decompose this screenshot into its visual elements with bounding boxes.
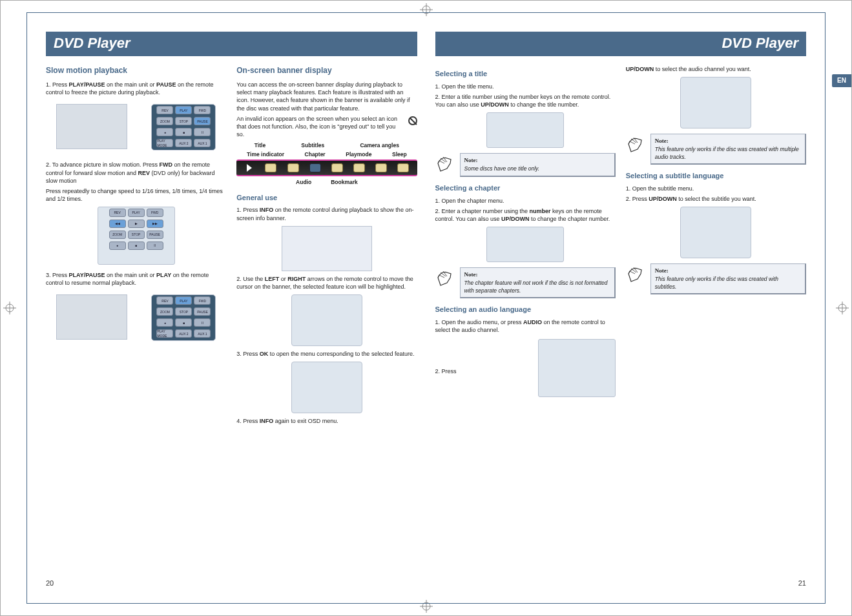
note-text: This feature only works if the disc was … — [655, 276, 778, 289]
page-left: DVD Player Slow motion playback 1. Press… — [39, 25, 426, 591]
banner-icon-2 — [287, 163, 299, 172]
remote-buttons-illustration-2: REVPLAYFWD ZOOMSTOPPAUSE ●■II PLAY MODEA… — [151, 294, 216, 341]
section-slow-motion: Slow motion playback — [46, 65, 226, 76]
general-step4: 4. Press INFO again to exit OSD menu. — [236, 417, 417, 425]
banner-icon-5 — [353, 163, 365, 172]
note-subtitle: Note: This feature only works if the dis… — [626, 263, 806, 294]
slowmo-step1: 1. Press PLAY/PAUSE on the main unit or … — [46, 81, 226, 96]
note-label: Note: — [464, 156, 610, 164]
general-step2: 2. Use the LEFT or RIGHT arrows on the r… — [236, 275, 417, 291]
slowmo-step3: 3. Press PLAY/PAUSE on the main unit or … — [46, 271, 226, 287]
note-text: The chapter feature will not work if the… — [464, 280, 608, 293]
slowmo-speed-note: Press repeatedly to change speed to 1/16… — [46, 187, 226, 203]
note-title: Note: Some discs have one title only. — [435, 153, 616, 177]
left-col2: On-screen banner display You can access … — [236, 63, 417, 427]
remote-illustration-ok — [291, 362, 362, 413]
note-label: Note: — [464, 271, 610, 278]
number-keypad-illustration-2 — [486, 227, 564, 262]
label-camera: Camera angles — [360, 142, 399, 149]
tv-illustration — [56, 104, 127, 149]
number-keypad-illustration-1 — [486, 112, 564, 148]
note-text: This feature only works if the disc was … — [655, 146, 799, 159]
banner-icon-1 — [265, 163, 276, 172]
hand-icon — [626, 134, 647, 154]
invalid-icon — [408, 116, 417, 125]
note-audio: Note: This feature only works if the dis… — [626, 134, 806, 165]
right-col1: Selecting a title 1. Open the title menu… — [435, 63, 616, 397]
section-select-title: Selecting a title — [435, 69, 616, 79]
title-step1: 1. Open the title menu. — [435, 83, 616, 90]
label-playmode: Playmode — [346, 151, 371, 158]
remote-buttons-illustration: REVPLAYFWD ZOOMSTOPPAUSE ●■II PLAY MODEA… — [151, 104, 216, 150]
label-chapter: Chapter — [305, 151, 326, 158]
sub-step2: 2. Press UP/DOWN to select the subtitle … — [626, 195, 806, 203]
banner-invalid: An invalid icon appears on the screen wh… — [236, 115, 417, 138]
hand-icon — [435, 153, 456, 174]
note-label: Note: — [655, 267, 801, 274]
tv-illustration-2 — [56, 294, 127, 340]
remote-keypad-illustration: REVPLAYFWD ◀◀▶▶▶ ZOOMSTOPPAUSE ●■II — [98, 207, 175, 265]
page-header-right: DVD Player — [435, 32, 807, 56]
page-number-right: 21 — [798, 579, 806, 587]
remote-illustration-updown-1 — [680, 77, 751, 128]
audio-keypad-illustration — [538, 339, 616, 397]
section-banner: On-screen banner display — [236, 65, 417, 76]
audio-step1: 1. Open the audio menu, or press AUDIO o… — [435, 318, 616, 334]
page-number-left: 20 — [46, 579, 54, 587]
remote-illustration-info — [282, 226, 372, 271]
note-text: Some discs have one title only. — [464, 165, 540, 172]
sub-step1: 1. Open the subtitle menu. — [626, 185, 806, 192]
registration-mark-right — [836, 302, 849, 314]
note-chapter: Note: The chapter feature will not work … — [435, 267, 616, 298]
label-title: Title — [255, 142, 265, 149]
remote-illustration-updown-2 — [680, 207, 751, 258]
audio-updown: UP/DOWN to select the audio channel you … — [626, 65, 806, 73]
label-subtitles: Subtitles — [301, 142, 324, 149]
chapter-step2: 2. Enter a chapter number using the numb… — [435, 207, 616, 223]
label-bookmark: Bookmark — [331, 179, 358, 186]
title-step2: 2. Enter a title number using the number… — [435, 93, 616, 108]
banner-icon-7 — [397, 163, 409, 172]
banner-icon-4 — [331, 163, 343, 172]
slowmo-step2: 2. To advance picture in slow motion. Pr… — [46, 161, 226, 184]
banner-icon-6 — [375, 163, 387, 172]
play-indicator-icon — [247, 164, 252, 172]
label-audio: Audio — [296, 179, 311, 186]
hand-icon — [626, 263, 647, 284]
section-general-use: General use — [236, 193, 417, 203]
page-right: DVD Player Selecting a title 1. Open the… — [426, 25, 813, 591]
label-sleep: Sleep — [392, 151, 407, 158]
general-step1: 1. Press INFO on the remote control duri… — [236, 206, 417, 221]
audio-step2: 2. Press — [435, 367, 457, 375]
registration-mark-left — [3, 302, 16, 314]
label-time: Time indicator — [247, 151, 284, 158]
chapter-step1: 1. Open the chapter menu. — [435, 197, 616, 205]
general-step3: 3. Press OK to open the menu correspondi… — [236, 350, 417, 358]
section-select-subtitle: Selecting a subtitle language — [626, 171, 806, 181]
section-select-chapter: Selecting a chapter — [435, 183, 616, 193]
banner-diagram: Title Subtitles Camera angles Time indic… — [236, 142, 417, 186]
remote-illustration-leftright — [291, 294, 362, 346]
section-select-audio: Selecting an audio language — [435, 305, 616, 314]
page-header-left: DVD Player — [46, 32, 417, 56]
hand-icon — [435, 267, 456, 288]
right-col2: UP/DOWN to select the audio channel you … — [626, 63, 806, 397]
language-tab: EN — [832, 74, 851, 87]
note-label: Note: — [655, 137, 801, 145]
banner-icon-3 — [309, 163, 321, 172]
left-col1: Slow motion playback 1. Press PLAY/PAUSE… — [46, 63, 226, 427]
banner-intro: You can access the on-screen banner disp… — [236, 81, 417, 112]
